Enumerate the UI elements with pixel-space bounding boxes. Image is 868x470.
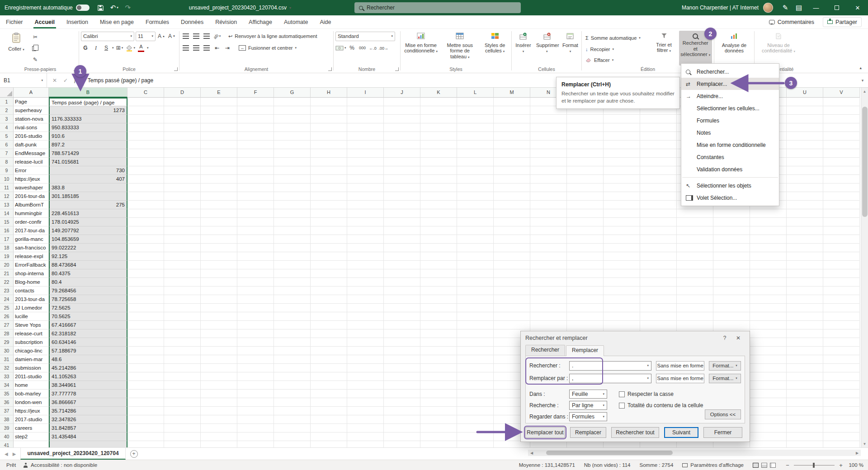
avatar[interactable]	[763, 3, 773, 13]
cell-B4[interactable]: 950.833333	[49, 123, 127, 132]
cell-B33[interactable]: 41.105263	[49, 372, 127, 381]
zoom-slider-thumb[interactable]	[813, 463, 815, 468]
minimize-button[interactable]: —	[806, 0, 826, 15]
zoom-level[interactable]: 100 %	[847, 462, 863, 468]
cell-B37[interactable]: 35.714286	[49, 407, 127, 415]
cell-A37[interactable]: https://jeux	[14, 407, 49, 415]
select-all-corner[interactable]	[0, 88, 14, 98]
tab-révision[interactable]: Révision	[209, 15, 243, 28]
name-box[interactable]: B1 ▾	[0, 73, 47, 87]
row-header-1[interactable]: 1	[0, 98, 14, 106]
delete-cells-button[interactable]: Supprimer ▾	[535, 31, 559, 66]
bold-button[interactable]: G	[81, 43, 90, 52]
row-header-29[interactable]: 29	[0, 338, 14, 347]
cell-B23[interactable]: 79.268456	[49, 287, 127, 295]
expand-formula-bar-icon[interactable]: ▾	[857, 73, 868, 87]
cell-A38[interactable]: 2017-studio	[14, 415, 49, 424]
dialog-launcher-icon[interactable]	[174, 67, 178, 71]
cell-B15[interactable]: 178.014925	[49, 218, 127, 226]
row-header-6[interactable]: 6	[0, 141, 14, 149]
search-box[interactable]: Rechercher	[354, 2, 521, 13]
cell-A34[interactable]: home	[14, 381, 49, 390]
cell-A15[interactable]: order-confir	[14, 218, 49, 226]
cell-A33[interactable]: 2011-studio	[14, 372, 49, 381]
find-all-button[interactable]: Rechercher tout	[611, 427, 659, 438]
cell-A10[interactable]: https://jeux	[14, 175, 49, 183]
accounting-format-icon[interactable]: ▾	[335, 43, 346, 52]
tab-aide[interactable]: Aide	[314, 15, 337, 28]
cell-B10[interactable]: 407	[49, 175, 127, 183]
display-settings-button[interactable]: Paramètres d'affichage	[682, 462, 744, 468]
cell-A12[interactable]: 2016-tour-da	[14, 192, 49, 201]
comma-style-button[interactable]: 000	[358, 43, 367, 52]
replace-button[interactable]: Remplacer	[570, 427, 606, 438]
row-header-10[interactable]: 10	[0, 175, 14, 183]
orientation-icon[interactable]: ab▾	[212, 32, 222, 41]
column-header-E[interactable]: E	[201, 88, 237, 98]
format-as-table-button[interactable]: Mettre sous forme de tableau ▾	[441, 31, 478, 66]
format-painter-icon[interactable]: ✎	[31, 55, 40, 64]
row-header-32[interactable]: 32	[0, 364, 14, 372]
cell-B14[interactable]: 228.451613	[49, 209, 127, 218]
column-header-B[interactable]: B	[49, 88, 127, 98]
row-header-21[interactable]: 21	[0, 269, 14, 278]
tab-accueil[interactable]: Accueil	[29, 15, 61, 28]
cell-A13[interactable]: AlbumBornT	[14, 201, 49, 209]
font-color-icon[interactable]: A	[137, 43, 146, 52]
row-header-36[interactable]: 36	[0, 398, 14, 407]
zoom-out-icon[interactable]: −	[785, 462, 790, 469]
menu-item[interactable]: →Atteindre...	[681, 90, 779, 102]
row-header-38[interactable]: 38	[0, 415, 14, 424]
cell-B40[interactable]: 31.435484	[49, 432, 127, 441]
cell-B16[interactable]: 149.207792	[49, 226, 127, 235]
row-header-26[interactable]: 26	[0, 312, 14, 321]
underline-caret-icon[interactable]: ▾	[112, 46, 114, 50]
column-header-H[interactable]: H	[311, 88, 347, 98]
tab-mise-en-page[interactable]: Mise en page	[94, 15, 140, 28]
close-icon[interactable]: ✕	[731, 335, 745, 341]
row-header-28[interactable]: 28	[0, 329, 14, 338]
options-button[interactable]: Options <<	[705, 409, 741, 419]
row-header-33[interactable]: 33	[0, 372, 14, 381]
cell-B1[interactable]: Temps passé (page) / page	[49, 98, 127, 106]
cell-A6[interactable]: daft-punk	[14, 141, 49, 149]
row-header-34[interactable]: 34	[0, 381, 14, 390]
menu-item[interactable]: ⇄Remplacer...	[681, 78, 779, 90]
autosum-button[interactable]: Σ Somme automatique ▾	[584, 33, 649, 43]
cell-B31[interactable]: 48.6	[49, 355, 127, 364]
find-what-input[interactable]: .▾	[569, 361, 651, 371]
clear-button[interactable]: Effacer ▾	[584, 55, 649, 66]
cell-A26[interactable]: lucille	[14, 312, 49, 321]
status-average[interactable]: Moyenne : 131,1428571	[519, 462, 575, 468]
column-header-K[interactable]: K	[420, 88, 457, 98]
column-header-V[interactable]: V	[823, 88, 860, 98]
status-count[interactable]: Nb (non vides) : 114	[584, 462, 631, 468]
sheet-next-icon[interactable]: ▶	[13, 451, 16, 456]
restore-button[interactable]	[826, 0, 847, 15]
cell-A17[interactable]: gorilla-manc	[14, 235, 49, 244]
cell-A30[interactable]: chicago-linc	[14, 347, 49, 355]
cell-B2[interactable]: 1273	[49, 106, 127, 115]
close-button[interactable]: ✕	[847, 0, 868, 15]
cell-B5[interactable]: 910.6	[49, 132, 127, 141]
horizontal-scrollbar[interactable]: ◀ ▶	[528, 450, 861, 456]
menu-item[interactable]: Notes	[681, 127, 779, 139]
enter-icon[interactable]: ✓	[63, 77, 68, 84]
row-header-2[interactable]: 2	[0, 106, 14, 115]
scroll-up-icon[interactable]: ▲	[861, 88, 868, 95]
vertical-scrollbar[interactable]: ▲ ▼	[861, 88, 868, 447]
cell-B20[interactable]: 88.473684	[49, 261, 127, 269]
replace-format-button[interactable]: Format...▾	[709, 374, 741, 383]
tab-fichier[interactable]: Fichier	[0, 15, 29, 28]
cell-B24[interactable]: 78.725658	[49, 295, 127, 304]
row-header-27[interactable]: 27	[0, 321, 14, 329]
cell-B39[interactable]: 31.842857	[49, 424, 127, 432]
tab-automate[interactable]: Automate	[278, 15, 314, 28]
tab-replace[interactable]: Remplacer	[566, 345, 604, 356]
copy-icon[interactable]: ▾	[31, 44, 40, 53]
menu-item[interactable]: Volet Sélection...	[681, 192, 779, 204]
search-order-select[interactable]: Par ligne▾	[569, 401, 607, 410]
vertical-scroll-thumb[interactable]	[862, 107, 868, 217]
row-header-35[interactable]: 35	[0, 390, 14, 398]
cell-A7[interactable]: EndMessage	[14, 149, 49, 158]
